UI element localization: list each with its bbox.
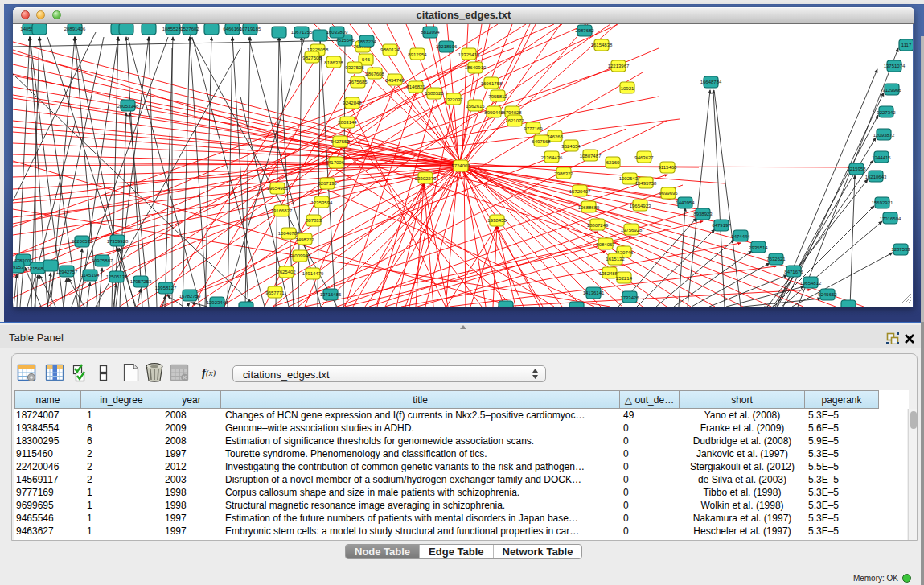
svg-text:2935514: 2935514 (749, 245, 768, 250)
svg-text:1588520: 1588520 (425, 91, 444, 96)
svg-text:1244415: 1244415 (872, 155, 891, 160)
svg-text:9827508: 9827508 (302, 56, 322, 60)
svg-text:2803144: 2803144 (338, 120, 357, 125)
svg-text:1527602: 1527602 (180, 27, 199, 31)
svg-text:16033809: 16033809 (326, 30, 348, 35)
svg-text:3215958: 3215958 (847, 167, 866, 171)
svg-text:546: 546 (362, 57, 371, 62)
svg-text:23302273: 23302273 (415, 176, 437, 181)
svg-text:9427552: 9427552 (331, 139, 350, 144)
svg-text:9463627: 9463627 (634, 155, 654, 160)
svg-text:3675685: 3675685 (348, 80, 368, 84)
svg-text:16648784: 16648784 (700, 80, 722, 84)
svg-text:9327508: 9327508 (345, 65, 364, 70)
svg-text:8454749: 8454749 (385, 78, 405, 83)
svg-text:8267130: 8267130 (318, 181, 337, 186)
svg-text:10921: 10921 (621, 86, 634, 91)
svg-text:8938923: 8938923 (693, 212, 713, 216)
svg-text:1287533: 1287533 (891, 247, 910, 252)
svg-text:12923446: 12923446 (207, 300, 228, 305)
svg-text:15692921: 15692921 (872, 200, 893, 205)
svg-text:16782759: 16782759 (179, 294, 201, 299)
svg-text:1145194: 1145194 (81, 273, 101, 278)
svg-text:20206536: 20206536 (72, 239, 93, 244)
svg-text:13716485: 13716485 (320, 292, 342, 297)
svg-text:14009948: 14009948 (290, 253, 311, 258)
svg-text:9777169: 9777169 (524, 126, 543, 131)
svg-text:9084067: 9084067 (596, 242, 615, 247)
svg-text:9115460: 9115460 (659, 165, 678, 170)
svg-text:12093872: 12093872 (873, 133, 895, 138)
svg-text:12213967: 12213967 (608, 64, 630, 68)
svg-text:10671355: 10671355 (291, 30, 313, 35)
svg-text:9242848: 9242848 (343, 101, 362, 105)
svg-text:1562615: 1562615 (466, 104, 485, 109)
svg-text:20891406: 20891406 (64, 27, 86, 31)
svg-text:14136141: 14136141 (583, 290, 605, 295)
svg-text:62160: 62160 (606, 160, 620, 165)
svg-text:39153: 39153 (13, 265, 24, 270)
svg-text:887833: 887833 (306, 218, 322, 223)
svg-text:15720407: 15720407 (569, 189, 591, 194)
svg-text:1440954: 1440954 (676, 200, 695, 205)
svg-text:20053346: 20053346 (117, 104, 139, 109)
svg-text:(x): (x) (206, 368, 216, 378)
svg-text:7955812: 7955812 (488, 94, 507, 99)
svg-text:7625402: 7625402 (277, 270, 296, 274)
svg-text:10046788: 10046788 (278, 231, 300, 236)
svg-text:3498222: 3498222 (295, 237, 314, 242)
svg-text:10958127: 10958127 (155, 286, 177, 290)
svg-text:8912954: 8912954 (408, 52, 427, 57)
svg-text:6794028: 6794028 (503, 110, 522, 115)
svg-text:12353594: 12353594 (311, 200, 333, 205)
svg-text:8990448: 8990448 (484, 110, 503, 115)
svg-text:12942757: 12942757 (56, 270, 78, 274)
svg-text:10719185: 10719185 (240, 27, 261, 31)
svg-text:8471676: 8471676 (784, 270, 803, 274)
svg-text:19654923: 19654923 (630, 204, 651, 208)
svg-text:19756928: 19756928 (621, 228, 643, 233)
svg-text:10807487: 10807487 (580, 154, 602, 159)
svg-text:8186328: 8186328 (324, 60, 343, 65)
svg-text:9146821: 9146821 (406, 84, 425, 89)
svg-text:15495758: 15495758 (635, 181, 657, 186)
svg-text:7857224: 7857224 (357, 39, 376, 44)
svg-text:18807249: 18807249 (587, 223, 609, 228)
svg-text:18640910: 18640910 (465, 65, 487, 70)
svg-text:252214: 252214 (616, 276, 633, 281)
svg-text:2867608: 2867608 (365, 72, 384, 76)
svg-text:16154838: 16154838 (591, 43, 613, 47)
svg-text:1615132: 1615132 (606, 257, 625, 262)
svg-text:19218506: 19218506 (436, 44, 458, 49)
svg-text:19654985: 19654985 (267, 186, 289, 191)
svg-text:9474444: 9474444 (731, 234, 750, 239)
svg-text:6479197: 6479197 (712, 223, 731, 228)
svg-text:9245652: 9245652 (818, 292, 837, 297)
svg-text:17359928: 17359928 (107, 239, 129, 244)
svg-text:1733426: 1733426 (620, 295, 639, 300)
svg-text:17957253: 17957253 (130, 279, 152, 284)
svg-text:16210643: 16210643 (865, 175, 887, 179)
svg-text:21364436: 21364436 (541, 155, 563, 160)
svg-text:7986322: 7986322 (554, 171, 573, 176)
svg-text:9129966: 9129966 (882, 88, 901, 93)
svg-text:7515546: 7515546 (335, 38, 355, 43)
svg-text:1117: 1117 (901, 43, 912, 47)
svg-text:13751074: 13751074 (884, 64, 906, 68)
svg-text:9227342: 9227342 (877, 110, 896, 115)
svg-text:417006: 417006 (328, 160, 345, 165)
svg-text:1621072: 1621072 (505, 118, 524, 123)
svg-text:7632621: 7632621 (766, 257, 786, 262)
svg-text:1322037: 1322037 (444, 97, 463, 102)
svg-text:9699695: 9699695 (659, 191, 678, 196)
svg-text:9724007: 9724007 (451, 163, 470, 168)
svg-text:8813094: 8813094 (421, 30, 440, 35)
svg-text:14914479: 14914479 (302, 271, 324, 276)
svg-text:2987682: 2987682 (575, 28, 594, 33)
svg-text:10688689: 10688689 (578, 205, 600, 210)
svg-text:13325419: 13325419 (458, 52, 480, 57)
svg-text:12505135: 12505135 (106, 274, 128, 279)
svg-text:19166827: 19166827 (271, 208, 293, 213)
svg-text:3624554: 3624554 (561, 144, 581, 149)
svg-text:6497568: 6497568 (532, 139, 551, 144)
